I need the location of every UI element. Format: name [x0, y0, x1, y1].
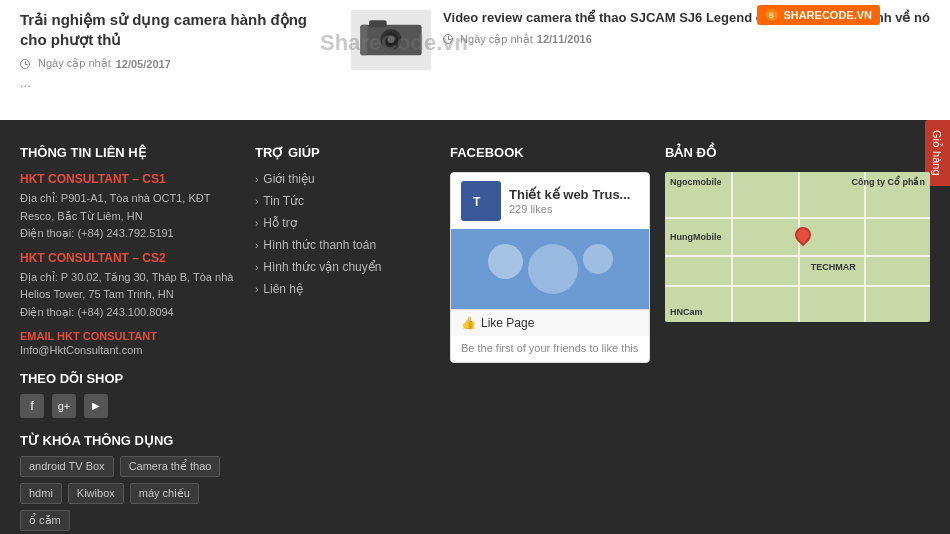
nav-arrow: › [255, 196, 258, 207]
top-right-date: Ngày cập nhật 12/11/2016 [443, 33, 930, 46]
nav-arrow: › [255, 284, 258, 295]
cs1-label[interactable]: HKT CONSULTANT – CS1 [20, 172, 240, 186]
email-value[interactable]: Info@HktConsultant.com [20, 344, 240, 356]
top-left-date-label: Ngày cập nhật [38, 57, 111, 70]
nav-item[interactable]: ›Hỗ trợ [255, 216, 435, 230]
fb-decorative [488, 244, 613, 294]
keyword-tag[interactable]: Kiwibox [68, 483, 124, 504]
nav-item-label: Tin Tức [263, 194, 304, 208]
svg-text:S: S [769, 11, 775, 20]
fb-page-name: Thiết kế web Trus... [509, 187, 630, 203]
top-left-article: Trải nghiệm sử dụng camera hành động cho… [20, 10, 331, 100]
cs1-address: Địa chỉ: P901-A1, Tòa nhà OCT1, KĐT Resc… [20, 190, 240, 243]
map-label-ngocmobile: Ngocmobile [670, 177, 722, 187]
help-heading: TRỢ GIÚP [255, 145, 435, 160]
email-label: EMAIL HKT CONSULTANT [20, 330, 240, 342]
keyword-tag[interactable]: máy chiếu [130, 483, 199, 504]
map-road [798, 172, 800, 322]
facebook-icon[interactable]: f [20, 394, 44, 418]
keyword-tag[interactable]: ổ cắm [20, 510, 70, 531]
nav-item[interactable]: ›Hình thức thanh toán [255, 238, 435, 252]
map-container[interactable]: Ngocmobile Công ty Cổ phần HungMobile TE… [665, 172, 930, 322]
fb-logo: T [461, 181, 501, 221]
cs2-address-text: Địa chỉ: P 30.02, Tầng 30, Tháp B, Tòa n… [20, 269, 240, 304]
top-section: Trải nghiệm sử dụng camera hành động cho… [0, 0, 950, 120]
sharecode-badge: S SHARECODE.VN [757, 5, 880, 25]
facebook-widget: T Thiết kế web Trus... 229 likes [450, 172, 650, 363]
keyword-tag[interactable]: android TV Box [20, 456, 114, 477]
footer-facebook-column: FACEBOOK T Thiết kế web Trus... 2 [450, 145, 650, 531]
nav-items-container: ›Giới thiệu›Tin Tức›Hỗ trợ›Hình thức tha… [255, 172, 435, 296]
keywords-list: android TV BoxCamera thể thaohdmiKiwibox… [20, 456, 240, 531]
nav-item[interactable]: ›Tin Tức [255, 194, 435, 208]
fb-like-button[interactable]: 👍 Like Page [451, 309, 649, 336]
map-label-hungmobile: HungMobile [670, 232, 722, 242]
nav-arrow: › [255, 240, 258, 251]
nav-item[interactable]: ›Hình thức vận chuyển [255, 260, 435, 274]
footer-help-column: TRỢ GIÚP ›Giới thiệu›Tin Tức›Hỗ trợ›Hình… [255, 145, 435, 531]
product-thumbnail [351, 10, 431, 70]
fb-cover-image [451, 229, 649, 309]
cs2-address: Địa chỉ: P 30.02, Tầng 30, Tháp B, Tòa n… [20, 269, 240, 322]
map-label-hncam: HNCam [670, 307, 703, 317]
map-road [731, 172, 733, 322]
nav-arrow: › [255, 174, 258, 185]
fb-header: T Thiết kế web Trus... 229 likes [451, 173, 649, 229]
top-right-date-value: 12/11/2016 [537, 33, 592, 45]
top-left-dots: ... [20, 75, 331, 90]
keywords-heading: TỪ KHÓA THÔNG DỤNG [20, 433, 240, 448]
sharecode-text: SHARECODE.VN [783, 9, 872, 21]
map-road [864, 172, 866, 322]
camera-svg [356, 15, 426, 65]
facebook-heading: FACEBOOK [450, 145, 650, 160]
svg-rect-5 [360, 25, 367, 56]
contact-heading: THÔNG TIN LIÊN HỆ [20, 145, 240, 160]
svg-point-4 [388, 36, 395, 43]
follow-section: THEO DÕI SHOP f g+ ▶ [20, 371, 240, 418]
nav-item[interactable]: ›Giới thiệu [255, 172, 435, 186]
googleplus-icon[interactable]: g+ [52, 394, 76, 418]
map-label-techmar: TECHMAR [811, 262, 856, 272]
nav-item-label: Liên hệ [263, 282, 303, 296]
cs1-address-text: Địa chỉ: P901-A1, Tòa nhà OCT1, KĐT Resc… [20, 190, 240, 225]
cs2-phone: Điện thoại: (+84) 243.100.8094 [20, 304, 240, 322]
top-right-date-label: Ngày cập nhật [460, 33, 533, 46]
map-label-company: Công ty Cổ phần [852, 177, 926, 187]
cart-label: Giỏ hàng [931, 130, 943, 176]
top-left-date: Ngày cập nhật 12/05/2017 [20, 57, 331, 70]
youtube-icon[interactable]: ▶ [84, 394, 108, 418]
keywords-section: TỪ KHÓA THÔNG DỤNG android TV BoxCamera … [20, 433, 240, 531]
footer: Giỏ hàng THÔNG TIN LIÊN HỆ HKT CONSULTAN… [0, 120, 950, 534]
nav-arrow: › [255, 218, 258, 229]
cs1-phone: Điện thoại: (+84) 243.792.5191 [20, 225, 240, 243]
footer-contact-column: THÔNG TIN LIÊN HỆ HKT CONSULTANT – CS1 Đ… [20, 145, 240, 531]
sharecode-icon: S [765, 8, 779, 22]
nav-item-label: Hình thức thanh toán [263, 238, 376, 252]
footer-map-column: BẢN ĐỒ Ngocmobile Công ty Cổ phần HungMo… [665, 145, 930, 531]
footer-columns: THÔNG TIN LIÊN HỆ HKT CONSULTANT – CS1 Đ… [20, 145, 930, 531]
nav-item-label: Hình thức vận chuyển [263, 260, 381, 274]
nav-item-label: Giới thiệu [263, 172, 314, 186]
fb-likes: 229 likes [509, 203, 630, 215]
nav-item[interactable]: ›Liên hệ [255, 282, 435, 296]
social-icons: f g+ ▶ [20, 394, 240, 418]
keyword-tag[interactable]: hdmi [20, 483, 62, 504]
clock-icon [20, 59, 30, 69]
fb-page-info: Thiết kế web Trus... 229 likes [509, 187, 630, 215]
nav-item-label: Hỗ trợ [263, 216, 296, 230]
fb-like-text: Like Page [481, 316, 534, 330]
top-left-date-value: 12/05/2017 [116, 58, 171, 70]
svg-text:T: T [473, 195, 481, 209]
top-left-title: Trải nghiệm sử dụng camera hành động cho… [20, 10, 331, 49]
fb-like-icon: 👍 [461, 316, 476, 330]
fb-logo-svg: T [470, 190, 492, 212]
follow-heading: THEO DÕI SHOP [20, 371, 240, 386]
fb-follow-text: Be the first of your friends to like thi… [451, 336, 649, 362]
svg-rect-1 [369, 20, 387, 27]
map-heading: BẢN ĐỒ [665, 145, 930, 160]
cs2-label[interactable]: HKT CONSULTANT – CS2 [20, 251, 240, 265]
nav-arrow: › [255, 262, 258, 273]
keyword-tag[interactable]: Camera thể thao [120, 456, 221, 477]
clock-icon-right [443, 34, 453, 44]
